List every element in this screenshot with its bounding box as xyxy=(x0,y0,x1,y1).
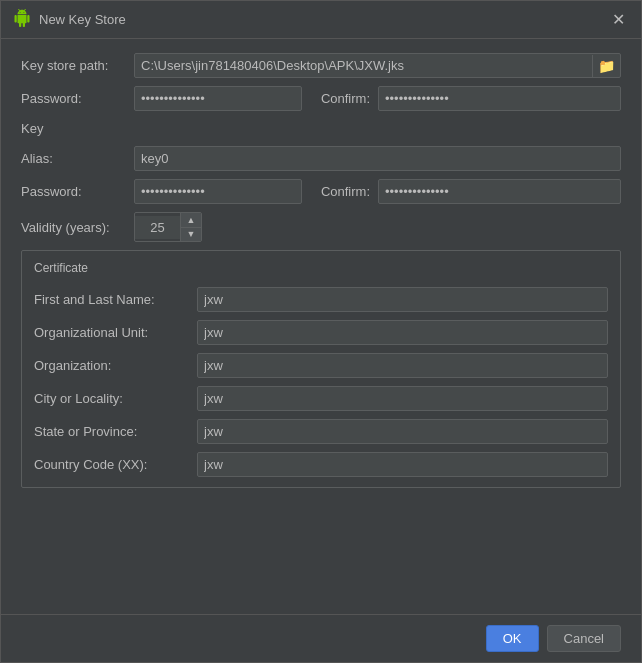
keystore-path-row: Key store path: 📁 xyxy=(21,53,621,78)
org-row: Organization: xyxy=(34,353,608,378)
dialog-footer: OK Cancel xyxy=(1,614,641,662)
keystore-path-label: Key store path: xyxy=(21,58,126,73)
country-code-label: Country Code (XX): xyxy=(34,457,189,472)
country-code-row: Country Code (XX): xyxy=(34,452,608,477)
validity-decrement-button[interactable]: ▼ xyxy=(181,227,201,241)
alias-row: Alias: xyxy=(21,146,621,171)
key-password-input[interactable] xyxy=(134,179,302,204)
org-unit-label: Organizational Unit: xyxy=(34,325,189,340)
android-icon xyxy=(13,9,31,30)
country-code-input[interactable] xyxy=(197,452,608,477)
validity-spinner-buttons: ▲ ▼ xyxy=(180,213,201,241)
alias-label: Alias: xyxy=(21,151,126,166)
state-row: State or Province: xyxy=(34,419,608,444)
cancel-button[interactable]: Cancel xyxy=(547,625,621,652)
keystore-password-row: Password: Confirm: xyxy=(21,86,621,111)
key-confirm-label: Confirm: xyxy=(310,184,370,199)
certificate-legend: Certificate xyxy=(34,261,608,275)
keystore-password-label: Password: xyxy=(21,91,126,106)
city-input[interactable] xyxy=(197,386,608,411)
close-button[interactable]: ✕ xyxy=(608,10,629,30)
city-label: City or Locality: xyxy=(34,391,189,406)
ok-button[interactable]: OK xyxy=(486,625,539,652)
keystore-path-input[interactable] xyxy=(135,54,592,77)
dialog-title: New Key Store xyxy=(39,12,600,27)
key-password-row: Password: Confirm: xyxy=(21,179,621,204)
org-unit-input[interactable] xyxy=(197,320,608,345)
key-section-divider: Key xyxy=(21,119,621,138)
keystore-path-input-wrap: 📁 xyxy=(134,53,621,78)
key-password-label: Password: xyxy=(21,184,126,199)
validity-input[interactable] xyxy=(135,216,180,239)
browse-folder-button[interactable]: 📁 xyxy=(592,55,620,77)
org-label: Organization: xyxy=(34,358,189,373)
first-last-name-label: First and Last Name: xyxy=(34,292,189,307)
key-section-label: Key xyxy=(21,121,43,136)
keystore-confirm-input[interactable] xyxy=(378,86,621,111)
key-confirm-input[interactable] xyxy=(378,179,621,204)
new-key-store-dialog: New Key Store ✕ Key store path: 📁 Passwo… xyxy=(0,0,642,663)
keystore-confirm-label: Confirm: xyxy=(310,91,370,106)
validity-label: Validity (years): xyxy=(21,220,126,235)
state-input[interactable] xyxy=(197,419,608,444)
first-last-name-row: First and Last Name: xyxy=(34,287,608,312)
validity-row: Validity (years): ▲ ▼ xyxy=(21,212,621,242)
validity-increment-button[interactable]: ▲ xyxy=(181,213,201,227)
title-bar: New Key Store ✕ xyxy=(1,1,641,39)
org-input[interactable] xyxy=(197,353,608,378)
first-last-name-input[interactable] xyxy=(197,287,608,312)
keystore-password-input[interactable] xyxy=(134,86,302,111)
state-label: State or Province: xyxy=(34,424,189,439)
org-unit-row: Organizational Unit: xyxy=(34,320,608,345)
city-row: City or Locality: xyxy=(34,386,608,411)
certificate-group: Certificate First and Last Name: Organiz… xyxy=(21,250,621,488)
validity-spinner: ▲ ▼ xyxy=(134,212,202,242)
dialog-body: Key store path: 📁 Password: Confirm: Key… xyxy=(1,39,641,614)
alias-input[interactable] xyxy=(134,146,621,171)
